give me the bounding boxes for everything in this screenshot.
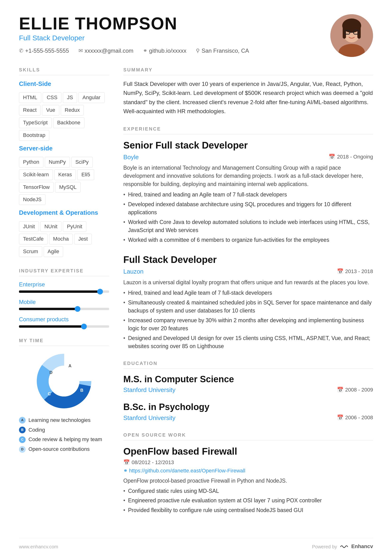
job-2-bullet-2: Simultaneously created & maintained sche… [123,299,373,315]
enterprise-bar-fill [19,290,100,293]
devops-title: Development & Operations [19,208,109,217]
skill-css: CSS [43,92,61,103]
skill-angular: Angular [78,92,105,103]
edu-2-school: Stanford University [123,414,176,422]
enterprise-label: Enterprise [19,280,109,289]
skill-numpy: NumPy [45,157,70,168]
skill-scrum: Scrum [19,246,42,257]
industry-section: INDUSTRY EXPERTISE Enterprise Mobile [19,267,109,328]
phone-text: +1-555-555-5555 [25,47,69,55]
job-1-date: 📅 2018 - Ongoing [329,153,373,161]
mobile-bar-track [19,308,109,310]
job-2-desc: Lauzon is a universal digital loyalty pr… [123,278,373,287]
right-column: SUMMARY Full Stack Developer with over 1… [123,66,373,524]
footer: www.enhancv.com Powered by Enhancv [19,538,373,550]
edu-1: M.S. in Computer Science Stanford Univer… [123,373,373,394]
skill-nodejs: NodeJS [19,194,46,205]
industry-enterprise: Enterprise [19,280,109,293]
contact-github: ⚭ github.io/xxxxx [143,47,186,55]
calendar-icon-oss: 📅 [123,459,130,466]
server-side-title: Server-side [19,144,109,153]
oss-title: OpenFlow based Firewall [123,445,373,458]
consumer-bar-track [19,325,109,328]
industry-label: INDUSTRY EXPERTISE [19,267,109,276]
donut-chart: A B C D [33,350,95,412]
skill-tensorflow: TensorFlow [19,182,54,193]
summary-label: SUMMARY [123,66,373,75]
education-section: EDUCATION M.S. in Computer Science Stanf… [123,360,373,422]
job-1-company: Boyle [123,153,139,161]
oss-link[interactable]: ⚭ https://github.com/danette.east/OpenFl… [123,467,373,475]
summary-section: SUMMARY Full Stack Developer with over 1… [123,66,373,116]
mobile-bar-fill [19,308,78,310]
client-side-title: Client-Side [19,80,109,88]
skill-pyunit: PyUnit [63,221,86,232]
skill-keras: Keras [54,169,76,180]
skill-python: Python [19,157,43,168]
left-column: SKILLS Client-Side HTML CSS JS Angular R… [19,66,109,524]
legend-b: B Coding [19,426,109,434]
oss-bullets: Configured static rules using MD-SAL Eng… [123,487,373,514]
donut-label-c: C [48,392,51,396]
legend-dot-d: D [19,446,26,453]
contact-location: ⚲ San Fransisco, CA [196,47,249,55]
legend-text-c: Code review & helping my team [29,436,102,443]
candidate-name: ELLIE THOMPSON [19,14,249,33]
legend-text-d: Open-source contributions [29,445,90,453]
candidate-title: Full Stack Developer [19,33,249,43]
experience-label: EXPERIENCE [123,125,373,134]
devops-tags: JUnit NUnit PyUnit TestCafe Mocha Jest S… [19,220,109,258]
photo-svg [330,14,373,57]
enterprise-bar-dot [97,289,103,294]
skill-junit: JUnit [19,221,39,232]
skill-html: HTML [19,92,41,103]
mobile-label: Mobile [19,298,109,306]
consumer-bar-dot [81,324,87,329]
donut-center [49,366,79,396]
skills-label: SKILLS [19,66,109,75]
contact-bar: ✆ +1-555-555-5555 ✉ xxxxxx@gmail.com ⚭ g… [19,47,249,55]
experience-section: EXPERIENCE Senior Full stack Developer B… [123,125,373,351]
main-layout: SKILLS Client-Side HTML CSS JS Angular R… [19,66,373,524]
oss-desc: OpenFlow protocol-based proactive Firewa… [123,477,373,484]
contact-email: ✉ xxxxxx@gmail.com [78,47,134,55]
github-icon: ⚭ [143,47,147,55]
skill-nunit: NUnit [40,221,61,232]
job-2-date: 📅 2013 - 2018 [337,268,373,275]
edu-1-meta: Stanford University 📅 2008 - 2009 [123,386,373,394]
mytime-section: MY TIME A [19,337,109,455]
job-1-title: Senior Full stack Developer [123,139,373,152]
oss-date: 📅 08/2012 - 12/2013 [123,459,373,466]
skill-mysql: MySQL [55,182,80,193]
edu-1-school: Stanford University [123,386,176,394]
legend-items: A Learning new technologies B Coding C C… [19,417,109,455]
job-1-bullets: Hired, trained and leading an Agile team… [123,190,373,244]
job-2-meta: Lauzon 📅 2013 - 2018 [123,267,373,276]
legend-c: C Code review & helping my team [19,436,109,443]
calendar-icon-1: 📅 [329,153,335,161]
mytime-label: MY TIME [19,337,109,346]
brand-name: Enhancv [351,543,373,550]
industry-mobile: Mobile [19,298,109,310]
donut-label-b: B [80,388,84,393]
skill-typescript: TypeScript [19,117,52,128]
edu-1-degree: M.S. in Computer Science [123,373,373,386]
legend-d: D Open-source contributions [19,445,109,453]
oss-bullet-1: Configured static rules using MD-SAL [123,487,373,495]
skill-vue: Vue [42,105,59,116]
skill-bootstrap: Bootstrap [19,130,49,141]
resume-page: ELLIE THOMPSON Full Stack Developer ✆ +1… [0,0,392,555]
header-left: ELLIE THOMPSON Full Stack Developer ✆ +1… [19,14,249,55]
mobile-bar-dot [75,306,80,312]
enhancv-logo-icon [339,544,349,549]
legend-a: A Learning new technologies [19,417,109,424]
link-icon: ⚭ [123,467,128,475]
job-1: Senior Full stack Developer Boyle 📅 2018… [123,139,373,244]
consumer-label: Consumer products [19,315,109,323]
server-side-tags: Python NumPy SciPy Scikit-learn Keras El… [19,156,109,206]
donut-container: A B C D A Learning new technologies B Co… [19,350,109,455]
legend-dot-c: C [19,436,26,443]
location-text: San Fransisco, CA [202,47,249,55]
calendar-icon-2: 📅 [337,268,343,275]
job-1-bullet-2: Developed indexed database architecture … [123,200,373,217]
